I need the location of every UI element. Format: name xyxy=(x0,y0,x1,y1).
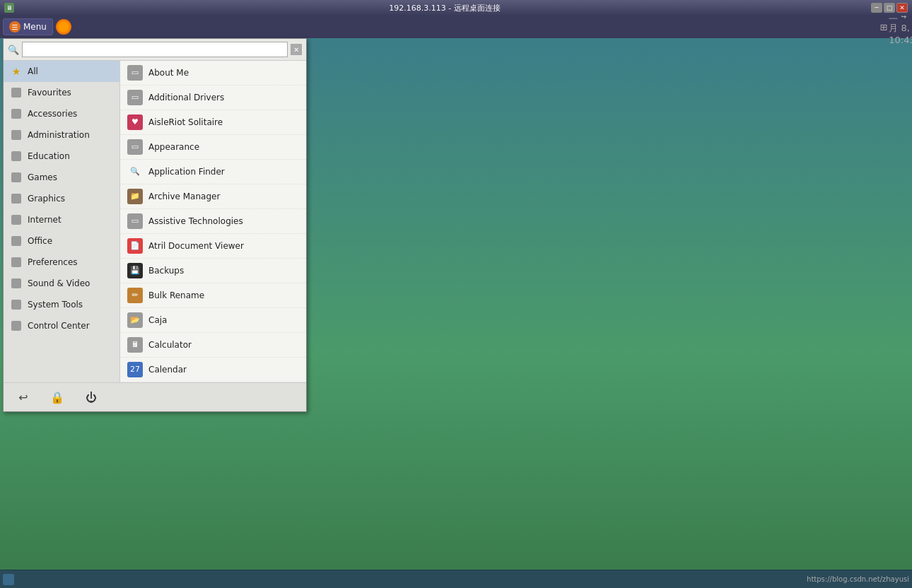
app-label-appearance: Appearance xyxy=(148,142,199,152)
category-item-graphics[interactable]: Graphics xyxy=(4,188,119,209)
app-label-atril: Atril Document Viewer xyxy=(148,241,244,251)
menu-body: ★AllFavouritesAccessoriesAdministrationE… xyxy=(4,61,306,382)
taskbar-url: https://blog.csdn.net/zhayusi xyxy=(807,575,909,583)
app-item-aboutme[interactable]: ▭About Me xyxy=(120,61,306,86)
app-icon-aboutme: ▭ xyxy=(127,65,143,81)
app-label-bulkrename: Bulk Rename xyxy=(148,290,204,300)
cat-icon-all: ★ xyxy=(11,66,22,77)
category-label-favourites: Favourites xyxy=(28,88,71,98)
cat-icon-graphics xyxy=(11,193,22,204)
category-item-administration[interactable]: Administration xyxy=(4,124,119,146)
title-bar-icon: 🖥 xyxy=(4,3,14,13)
app-label-appfinder: Application Finder xyxy=(148,167,225,177)
category-label-systemtools: System Tools xyxy=(28,300,83,310)
app-item-calculator[interactable]: 🖩Calculator xyxy=(120,333,306,358)
app-label-calendar: Calendar xyxy=(148,365,187,375)
app-label-archivemanager: Archive Manager xyxy=(148,192,220,201)
category-label-soundvideo: Sound & Video xyxy=(28,278,90,288)
app-icon-calculator: 🖩 xyxy=(127,337,143,353)
cat-icon-accessories xyxy=(11,108,22,119)
category-item-internet[interactable]: Internet xyxy=(4,209,119,230)
lock-button[interactable]: 🔒 xyxy=(47,387,67,407)
app-icon-assistive: ▭ xyxy=(127,213,143,229)
app-item-calendar[interactable]: 27Calendar xyxy=(120,358,306,382)
app-item-bulkrename[interactable]: ✏Bulk Rename xyxy=(120,283,306,308)
app-label-calculator: Calculator xyxy=(148,340,192,350)
firefox-icon[interactable] xyxy=(56,19,71,35)
app-item-assistive[interactable]: ▭Assistive Technologies xyxy=(120,209,306,234)
power-button[interactable]: ⏻ xyxy=(81,387,101,407)
app-icon-atril: 📄 xyxy=(127,238,143,254)
category-label-all: All xyxy=(28,66,38,76)
app-icon-caja: 📂 xyxy=(127,312,143,328)
category-label-internet: Internet xyxy=(28,215,62,225)
menu-label: Menu xyxy=(23,22,47,32)
category-label-games: Games xyxy=(28,172,57,182)
cat-icon-internet xyxy=(11,214,22,225)
category-item-accessories[interactable]: Accessories xyxy=(4,103,119,124)
category-label-preferences: Preferences xyxy=(28,257,78,267)
app-item-appearance[interactable]: ▭Appearance xyxy=(120,135,306,160)
search-clear-button[interactable]: ✕ xyxy=(291,44,302,55)
cat-icon-systemtools xyxy=(11,299,22,310)
panel-icon-clock: 三 4月 8, 10:43 xyxy=(895,20,909,34)
app-label-backups: Backups xyxy=(148,266,184,276)
category-item-favourites[interactable]: Favourites xyxy=(4,82,119,103)
app-menu: 🔍 ✕ ★AllFavouritesAccessoriesAdministrat… xyxy=(3,38,307,412)
app-icon-appfinder: 🔍 xyxy=(127,164,143,180)
search-icon: 🔍 xyxy=(8,45,19,55)
app-item-backups[interactable]: 💾Backups xyxy=(120,259,306,283)
category-label-controlcenter: Control Center xyxy=(28,321,90,331)
category-item-education[interactable]: Education xyxy=(4,146,119,167)
taskbar: https://blog.csdn.net/zhayusi xyxy=(0,570,912,588)
menu-icon: ☰ xyxy=(9,21,21,33)
category-label-administration: Administration xyxy=(28,130,90,140)
app-item-caja[interactable]: 📂Caja xyxy=(120,308,306,333)
app-label-aisleriot: AisleRiot Solitaire xyxy=(148,117,223,127)
category-label-office: Office xyxy=(28,236,52,246)
category-item-controlcenter[interactable]: Control Center xyxy=(4,315,119,336)
category-list: ★AllFavouritesAccessoriesAdministrationE… xyxy=(4,61,120,382)
panel-right: ⊞ 三 4月 8, 10:43 xyxy=(877,20,909,34)
app-label-caja: Caja xyxy=(148,315,167,325)
app-list: ▭About Me▭Additional Drivers♥AisleRiot S… xyxy=(120,61,306,382)
app-icon-calendar: 27 xyxy=(127,362,143,377)
category-item-games[interactable]: Games xyxy=(4,167,119,188)
maximize-button[interactable]: □ xyxy=(884,3,895,13)
title-bar-title: 192.168.3.113 - 远程桌面连接 xyxy=(18,3,871,13)
search-input[interactable] xyxy=(22,42,288,57)
app-item-atril[interactable]: 📄Atril Document Viewer xyxy=(120,234,306,259)
logout-button[interactable]: ↩ xyxy=(13,387,33,407)
category-item-soundvideo[interactable]: Sound & Video xyxy=(4,273,119,294)
app-icon-appearance: ▭ xyxy=(127,139,143,155)
app-item-appfinder[interactable]: 🔍Application Finder xyxy=(120,160,306,184)
cat-icon-office xyxy=(11,235,22,247)
category-item-office[interactable]: Office xyxy=(4,230,119,252)
title-bar: 🖥 192.168.3.113 - 远程桌面连接 ─ □ ✕ xyxy=(0,0,912,16)
cat-icon-games xyxy=(11,172,22,183)
app-icon-bulkrename: ✏ xyxy=(127,288,143,303)
category-item-preferences[interactable]: Preferences xyxy=(4,252,119,273)
close-button[interactable]: ✕ xyxy=(896,3,908,13)
cat-icon-controlcenter xyxy=(11,320,22,331)
action-bar: ↩ 🔒 ⏻ xyxy=(4,382,306,411)
cat-icon-preferences xyxy=(11,257,22,268)
app-item-aisleriot[interactable]: ♥AisleRiot Solitaire xyxy=(120,110,306,135)
cat-icon-administration xyxy=(11,129,22,141)
app-label-assistive: Assistive Technologies xyxy=(148,216,243,226)
menu-button[interactable]: ☰ Menu xyxy=(3,18,53,35)
category-label-education: Education xyxy=(28,151,70,161)
category-label-accessories: Accessories xyxy=(28,109,77,119)
category-item-systemtools[interactable]: System Tools xyxy=(4,294,119,315)
app-icon-archivemanager: 📁 xyxy=(127,189,143,204)
app-icon-additionaldrivers: ▭ xyxy=(127,90,143,105)
category-item-all[interactable]: ★All xyxy=(4,61,119,82)
minimize-button[interactable]: ─ xyxy=(871,3,882,13)
app-item-additionaldrivers[interactable]: ▭Additional Drivers xyxy=(120,86,306,110)
search-bar: 🔍 ✕ xyxy=(4,39,306,61)
taskbar-right: https://blog.csdn.net/zhayusi xyxy=(807,575,909,583)
app-item-archivemanager[interactable]: 📁Archive Manager xyxy=(120,184,306,209)
category-label-graphics: Graphics xyxy=(28,194,65,204)
app-icon-backups: 💾 xyxy=(127,263,143,278)
top-panel: ☰ Menu ⊞ 三 4月 8, 10:43 xyxy=(0,16,912,38)
